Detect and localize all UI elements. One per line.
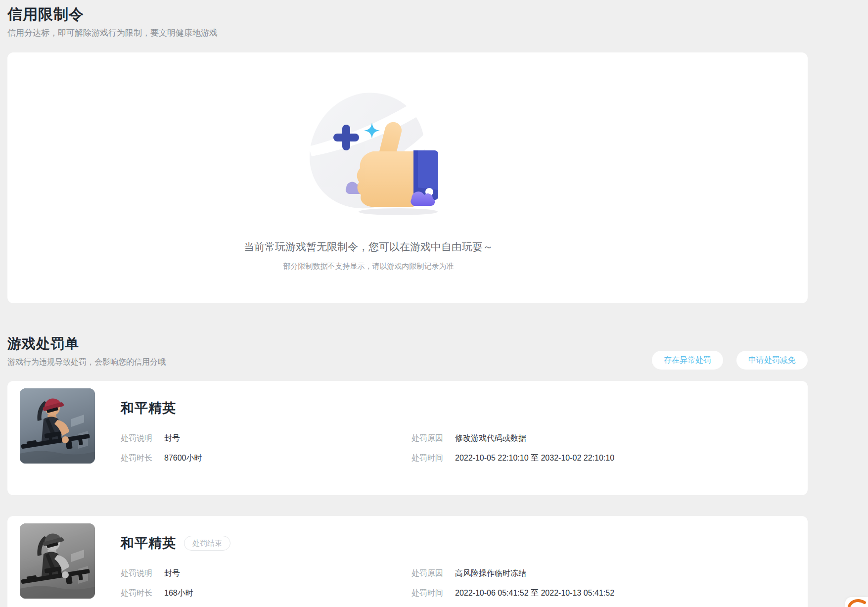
punishment-section-titles: 游戏处罚单 游戏行为违规导致处罚，会影响您的信用分哦 [7, 335, 166, 368]
punishment-actions: 存在异常处罚 申请处罚减免 [652, 351, 808, 370]
punishment-reason-label: 处罚原因 [411, 568, 455, 579]
punishment-desc-label: 处罚说明 [121, 568, 164, 579]
punishment-info: 和平精英 处罚说明 封号 处罚原因 修改游戏代码或数据 处罚时长 [121, 388, 795, 488]
apply-reduction-button[interactable]: 申请处罚减免 [736, 351, 808, 370]
punishment-section-title: 游戏处罚单 [7, 335, 166, 353]
thumbs-up-illustration [297, 88, 440, 218]
feedback-swoosh-icon [845, 597, 868, 607]
punishment-duration-label: 处罚时长 [121, 588, 164, 599]
game-thumbnail [20, 523, 95, 599]
punishment-reason-label: 处罚原因 [411, 433, 455, 444]
punishment-row: 处罚时长 87600小时 处罚时间 2022-10-05 22:10:10 至 … [121, 453, 795, 464]
game-thumbnail [20, 388, 95, 464]
punishment-row: 处罚时长 168小时 处罚时间 2022-10-06 05:41:52 至 20… [121, 588, 795, 599]
punishment-time-value: 2022-10-06 05:41:52 至 2022-10-13 05:41:5… [455, 588, 614, 599]
punishment-row: 处罚说明 封号 处罚原因 高风险操作临时冻结 [121, 568, 795, 579]
punishment-section-header: 游戏处罚单 游戏行为违规导致处罚，会影响您的信用分哦 存在异常处罚 申请处罚减免 [7, 335, 808, 368]
empty-sub-text: 部分限制数据不支持显示，请以游戏内限制记录为准 [283, 261, 454, 271]
punishment-time-label: 处罚时间 [411, 453, 455, 464]
peace-elite-game-art [20, 388, 95, 464]
punishment-duration-label: 处罚时长 [121, 453, 164, 464]
punishment-reason-value: 修改游戏代码或数据 [455, 433, 526, 444]
punishment-desc-label: 处罚说明 [121, 433, 164, 444]
punishment-time-label: 处罚时间 [411, 588, 455, 599]
empty-main-text: 当前常玩游戏暂无限制令，您可以在游戏中自由玩耍～ [244, 239, 493, 254]
punishment-card: 和平精英 处罚说明 封号 处罚原因 修改游戏代码或数据 处罚时长 [7, 381, 808, 495]
page-title: 信用限制令 [7, 5, 808, 24]
punishment-section-subtitle: 游戏行为违规导致处罚，会影响您的信用分哦 [7, 357, 166, 368]
punishment-duration-value: 168小时 [164, 588, 193, 599]
page-subtitle: 信用分达标，即可解除游戏行为限制，要文明健康地游戏 [7, 28, 808, 39]
punishment-card: 和平精英 处罚结束 处罚说明 封号 处罚原因 高风险操作临时冻结 处罚时 [7, 516, 808, 607]
main-content: 信用限制令 信用分达标，即可解除游戏行为限制，要文明健康地游戏 [7, 0, 808, 607]
punishment-desc-value: 封号 [164, 568, 180, 579]
punishment-time-value: 2022-10-05 22:10:10 至 2032-10-02 22:10:1… [455, 453, 614, 464]
punishment-reason-value: 高风险操作临时冻结 [455, 568, 526, 579]
no-restriction-card: 当前常玩游戏暂无限制令，您可以在游戏中自由玩耍～ 部分限制数据不支持显示，请以游… [7, 52, 808, 303]
feedback-widget[interactable] [845, 597, 868, 607]
game-title: 和平精英 [121, 534, 176, 552]
punishment-desc-value: 封号 [164, 433, 180, 444]
punishment-duration-value: 87600小时 [164, 453, 202, 464]
game-title: 和平精英 [121, 399, 176, 417]
punishment-row: 处罚说明 封号 处罚原因 修改游戏代码或数据 [121, 433, 795, 444]
punishment-ended-badge: 处罚结束 [184, 536, 230, 551]
abnormal-punishment-button[interactable]: 存在异常处罚 [652, 351, 723, 370]
empty-state: 当前常玩游戏暂无限制令，您可以在游戏中自由玩耍～ 部分限制数据不支持显示，请以游… [7, 52, 769, 271]
punishment-info: 和平精英 处罚结束 处罚说明 封号 处罚原因 高风险操作临时冻结 处罚时 [121, 523, 795, 607]
peace-elite-game-art-grayscale [20, 523, 95, 599]
